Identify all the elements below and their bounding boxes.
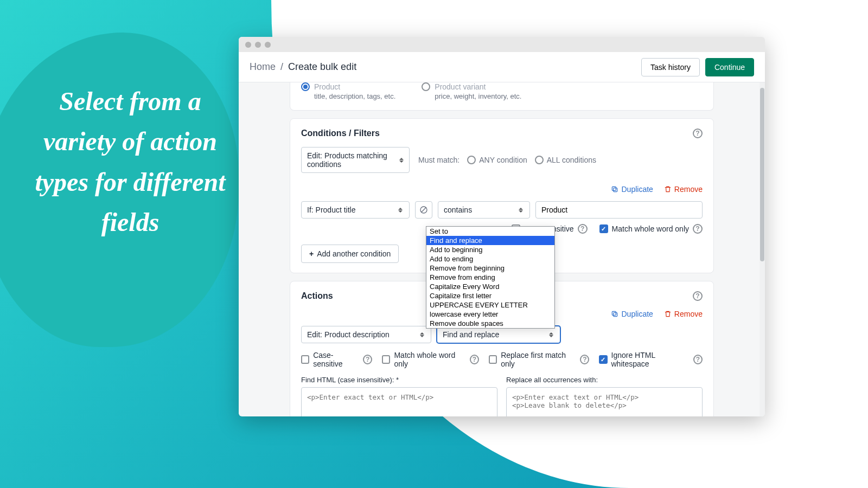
help-icon[interactable]: ? — [363, 355, 372, 364]
radio-icon — [535, 156, 544, 164]
dropdown-item[interactable]: Add to beginning — [426, 245, 554, 254]
window-min-dot[interactable] — [255, 42, 261, 48]
caret-icon — [420, 332, 425, 337]
dropdown-item[interactable]: Remove double spaces — [426, 319, 554, 328]
edit-scope-select[interactable]: Edit: Products matching conditions — [301, 147, 410, 173]
product-radio[interactable]: Product title, description, tags, etc. — [301, 82, 395, 100]
remove-condition-button[interactable]: Remove — [664, 185, 703, 194]
checkbox-checked-icon — [599, 355, 607, 364]
remove-label: Remove — [674, 310, 703, 318]
whole-word-label: Match whole word only — [394, 351, 466, 368]
variant-radio-label: Product variant — [435, 82, 486, 91]
duplicate-label: Duplicate — [621, 310, 653, 318]
replace-textarea[interactable] — [506, 387, 703, 416]
dropdown-item[interactable]: Set to — [426, 227, 554, 236]
action-field-select[interactable]: Edit: Product description — [301, 326, 431, 343]
svg-rect-1 — [612, 187, 616, 190]
add-condition-button[interactable]: + Add another condition — [301, 245, 399, 263]
condition-field-label: If: Product title — [307, 206, 355, 214]
breadcrumb-home[interactable]: Home — [250, 61, 276, 72]
radio-icon — [422, 82, 430, 91]
window-max-dot[interactable] — [265, 42, 271, 48]
caret-icon — [519, 208, 524, 213]
trash-icon — [664, 185, 672, 193]
add-condition-label: Add another condition — [317, 249, 391, 258]
dropdown-item[interactable]: Add to ending — [426, 254, 554, 264]
dropdown-item[interactable]: Capitalize Every Word — [426, 282, 554, 291]
help-icon[interactable]: ? — [470, 355, 479, 364]
action-field-label: Edit: Product description — [307, 330, 390, 339]
dropdown-item[interactable]: Find and replace — [426, 236, 554, 245]
ignore-whitespace-checkbox[interactable]: Ignore HTML whitespace ? — [599, 351, 703, 368]
continue-button[interactable]: Continue — [705, 58, 754, 76]
dropdown-item[interactable]: lowercase every letter — [426, 310, 554, 319]
action-case-sensitive-checkbox[interactable]: Case-sensitive ? — [301, 351, 372, 368]
help-icon[interactable]: ? — [693, 355, 703, 364]
variant-radio[interactable]: Product variant price, weight, inventory… — [422, 82, 521, 100]
caret-icon — [398, 208, 404, 213]
condition-field-select[interactable]: If: Product title — [301, 201, 410, 219]
condition-operator-select[interactable]: contains — [438, 201, 530, 219]
window-titlebar — [239, 37, 765, 52]
first-match-checkbox[interactable]: Replace first match only ? — [489, 351, 589, 368]
svg-rect-5 — [612, 311, 616, 315]
action-whole-word-checkbox[interactable]: Match whole word only ? — [382, 351, 479, 368]
header-actions: Task history Continue — [641, 58, 754, 76]
content-scroll[interactable]: Product title, description, tags, etc. P… — [239, 82, 765, 416]
whole-word-checkbox[interactable]: Match whole word only ? — [599, 224, 703, 234]
dropdown-item[interactable]: Remove from beginning — [426, 264, 554, 273]
plus-icon: + — [309, 249, 314, 258]
edit-scope-label: Edit: Products matching conditions — [307, 151, 395, 169]
whole-word-label: Match whole word only — [612, 224, 689, 233]
prohibit-icon — [419, 206, 428, 214]
conditions-title: Conditions / Filters — [301, 129, 380, 138]
dropdown-item[interactable]: Capitalize first letter — [426, 291, 554, 300]
duplicate-condition-button[interactable]: Duplicate — [611, 185, 653, 194]
scrollbar-thumb[interactable] — [760, 88, 764, 261]
breadcrumb-sep: / — [280, 61, 283, 72]
help-icon[interactable]: ? — [578, 224, 588, 234]
svg-rect-0 — [614, 188, 617, 192]
duplicate-action-button[interactable]: Duplicate — [611, 310, 653, 318]
duplicate-icon — [611, 310, 618, 318]
product-radio-sub: title, description, tags, etc. — [314, 92, 395, 100]
find-textarea[interactable] — [301, 387, 497, 416]
any-condition-radio[interactable]: ANY condition — [467, 156, 527, 164]
action-type-dropdown[interactable]: Set toFind and replaceAdd to beginningAd… — [426, 226, 555, 329]
app-window: Home / Create bulk edit Task history Con… — [239, 37, 765, 416]
checkbox-icon — [301, 355, 309, 364]
help-icon[interactable]: ? — [580, 355, 589, 364]
any-label: ANY condition — [479, 156, 527, 164]
duplicate-icon — [611, 185, 618, 193]
scrollbar-track[interactable] — [760, 82, 765, 416]
help-icon[interactable]: ? — [693, 129, 703, 138]
caret-icon — [399, 158, 404, 163]
checkbox-icon — [489, 355, 497, 364]
marketing-headline: Select from a variety of action types fo… — [30, 81, 231, 243]
actions-card: Actions ? Duplicate Remove Edit: Product… — [290, 281, 714, 416]
ignore-ws-label: Ignore HTML whitespace — [611, 351, 690, 368]
negate-button[interactable] — [415, 201, 432, 219]
radio-checked-icon — [301, 82, 310, 91]
product-type-card: Product title, description, tags, etc. P… — [290, 82, 714, 111]
remove-action-button[interactable]: Remove — [664, 310, 703, 318]
variant-radio-sub: price, weight, inventory, etc. — [435, 92, 521, 100]
breadcrumb-current: Create bulk edit — [288, 61, 356, 72]
help-icon[interactable]: ? — [693, 291, 703, 301]
window-close-dot[interactable] — [245, 42, 251, 48]
remove-label: Remove — [674, 185, 703, 194]
task-history-button[interactable]: Task history — [641, 58, 700, 76]
action-type-label: Find and replace — [443, 330, 499, 339]
dropdown-item[interactable]: UPPERCASE EVERY LETTER — [426, 300, 554, 310]
help-icon[interactable]: ? — [693, 224, 703, 234]
dropdown-item[interactable]: Remove from ending — [426, 273, 554, 282]
condition-value-input[interactable] — [535, 201, 703, 219]
checkbox-checked-icon — [599, 224, 608, 233]
actions-title: Actions — [301, 291, 333, 301]
breadcrumb: Home / Create bulk edit — [250, 61, 356, 73]
caret-icon — [549, 332, 554, 337]
must-match-label: Must match: — [418, 156, 459, 164]
find-label: Find HTML (case insensitive): * — [301, 376, 497, 384]
product-radio-label: Product — [314, 82, 340, 91]
all-conditions-radio[interactable]: ALL conditions — [535, 156, 596, 164]
